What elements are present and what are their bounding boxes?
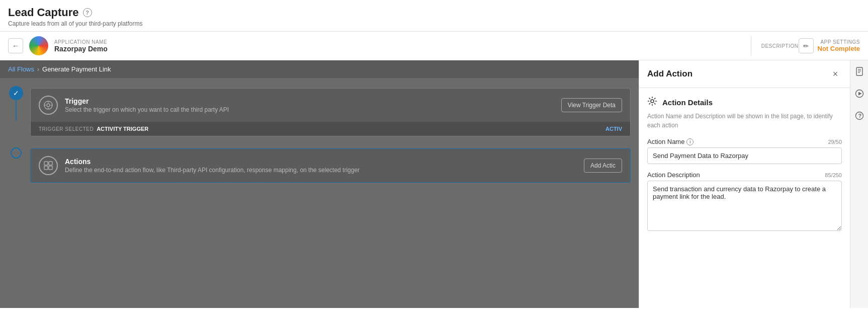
svg-point-1 [47,104,50,107]
action-name-label-row: Action Name i 29/50 [647,138,842,145]
page-subtitle: Capture leads from all of your third-par… [8,20,860,27]
close-panel-button[interactable]: × [829,67,842,81]
action-desc-textarea[interactable]: Send transaction and currency data to Ra… [647,181,842,231]
svg-rect-8 [44,166,48,170]
right-icon-bar: ? [850,60,868,308]
add-action-button[interactable]: Add Actic [584,159,622,173]
trigger-footer-label: TRIGGER SELECTED [39,126,94,132]
trigger-footer-status: ACTIV [605,126,622,132]
app-info-label: APPLICATION NAME [54,39,741,45]
breadcrumb: All Flows › Generate Payment Link [0,60,639,78]
svg-rect-9 [49,166,52,170]
actions-icon [39,156,58,175]
panel-header: Add Action × [639,60,850,88]
page-header: Lead Capture ? Capture leads from all of… [0,0,868,32]
action-name-label: Action Name i [647,138,693,145]
description-label: DESCRIPTION [761,43,799,49]
action-desc-label-row: Action Description 85/250 [647,171,842,179]
flow-content: ✓ [0,78,639,304]
trigger-timeline-left: ✓ [8,86,24,120]
svg-rect-7 [49,162,52,165]
trigger-card: Trigger Select the trigger on which you … [30,88,631,136]
app-bar-right: ✏ APP SETTINGS Not Complete [799,38,860,53]
flow-panel: All Flows › Generate Payment Link ✓ [0,60,639,308]
app-settings: APP SETTINGS Not Complete [818,39,860,52]
page-title: Lead Capture [8,6,79,19]
app-settings-status: Not Complete [818,45,860,52]
page-help-icon[interactable]: ? [83,8,92,17]
action-desc-field-group: Action Description 85/250 Send transacti… [647,171,842,232]
timeline-connector [16,100,17,120]
action-desc-label: Action Description [647,171,700,179]
play-icon-button[interactable] [852,87,866,101]
timeline: ✓ [8,86,631,191]
actions-card-text: Actions Define the end-to-end action flo… [65,158,360,174]
main-layout: All Flows › Generate Payment Link ✓ [0,60,868,308]
edit-button[interactable]: ✏ [799,38,814,53]
back-button[interactable]: ← [8,38,23,53]
app-name: Razorpay Demo [54,45,741,53]
trigger-card-footer: TRIGGER SELECTED ACTIVITY TRIGGER ACTIV [31,122,630,136]
trigger-desc: Select the trigger on which you want to … [65,106,229,113]
trigger-check-dot: ✓ [9,86,23,100]
breadcrumb-current: Generate Payment Link [42,65,111,73]
panel-body: Action Details Action Name and Descripti… [639,88,850,308]
trigger-card-text: Trigger Select the trigger on which you … [65,97,229,113]
breadcrumb-all-flows[interactable]: All Flows [8,65,34,73]
actions-card: Actions Define the end-to-end action flo… [30,148,631,183]
action-name-field-group: Action Name i 29/50 [647,138,842,164]
svg-marker-16 [858,92,862,96]
svg-rect-6 [44,162,48,165]
trigger-timeline-item: ✓ [8,86,631,144]
action-details-header: Action Details [647,96,842,109]
action-details-title: Action Details [662,98,713,107]
add-action-panel: Add Action × Action Details Action Name … [639,60,850,308]
svg-text:?: ? [858,113,861,119]
help-icon-button[interactable]: ? [852,109,866,123]
trigger-title: Trigger [65,97,229,105]
action-desc-counter: 85/250 [825,172,842,178]
divider [751,36,751,56]
app-logo [29,36,48,55]
actions-title: Actions [65,158,360,166]
app-bar: ← APPLICATION NAME Razorpay Demo DESCRIP… [0,32,868,60]
action-name-info-icon[interactable]: i [686,138,693,145]
panel-title: Add Action [647,69,692,79]
description-section: DESCRIPTION [761,43,799,49]
actions-timeline-left [8,146,24,159]
svg-point-10 [651,100,654,103]
actions-timeline-item: Actions Define the end-to-end action flo… [8,146,631,191]
actions-circle-dot [11,147,22,159]
gear-icon [647,96,657,109]
action-details-desc: Action Name and Description will be show… [647,112,842,130]
app-info: APPLICATION NAME Razorpay Demo [54,39,741,53]
svg-rect-11 [856,67,862,75]
action-name-input[interactable] [647,147,842,164]
breadcrumb-separator: › [37,66,39,73]
trigger-footer-value: ACTIVITY TRIGGER [97,126,148,132]
actions-card-header: Actions Define the end-to-end action flo… [31,149,630,182]
app-settings-label: APP SETTINGS [818,39,860,45]
actions-desc: Define the end-to-end action flow, like … [65,167,360,174]
trigger-card-header: Trigger Select the trigger on which you … [31,89,630,122]
action-name-counter: 29/50 [828,139,842,145]
view-trigger-button[interactable]: View Trigger Deta [561,98,622,112]
trigger-icon [39,96,58,115]
doc-icon-button[interactable] [852,64,866,79]
